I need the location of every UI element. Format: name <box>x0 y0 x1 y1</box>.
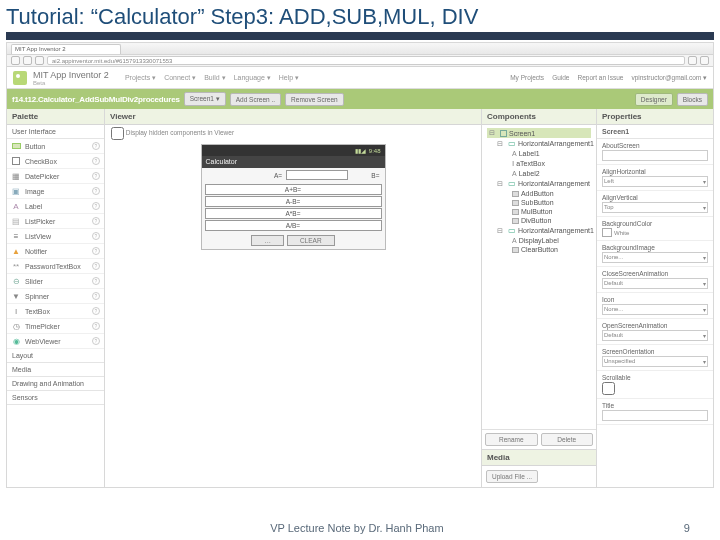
menu-language[interactable]: Language ▾ <box>234 74 271 82</box>
bookmark-icon[interactable] <box>688 56 697 65</box>
browser-toolbar: ai2.appinventor.mit.edu/#615791333007155… <box>7 55 713 67</box>
back-icon[interactable] <box>11 56 20 65</box>
prop-select[interactable]: Top ▾ <box>602 202 708 213</box>
prop-label: AlignHorizontal <box>602 168 708 175</box>
component-tree[interactable]: ⊟Screen1⊟▭HorizontalArrangement1 ALabel1… <box>482 125 596 257</box>
palette-item[interactable]: ◷TimePicker? <box>7 319 104 334</box>
menu-connect[interactable]: Connect ▾ <box>164 74 196 82</box>
blocks-tab[interactable]: Blocks <box>677 93 708 106</box>
tree-node[interactable]: ⊟Screen1 <box>487 128 591 138</box>
remove-screen-button[interactable]: Remove Screen <box>285 93 344 106</box>
palette-list: Button?CheckBox?▦DatePicker?▣Image?ALabe… <box>7 139 104 349</box>
palette-section-media[interactable]: Media <box>7 363 104 377</box>
screen-selector[interactable]: Screen1 ▾ <box>184 92 226 106</box>
prop-checkbox[interactable] <box>602 382 615 395</box>
info-icon[interactable]: ? <box>92 322 100 330</box>
menu-icon[interactable] <box>700 56 709 65</box>
menu-projects[interactable]: Projects ▾ <box>125 74 156 82</box>
media-panel: Media Upload File ... <box>482 449 596 487</box>
palette-item[interactable]: ALabel? <box>7 199 104 214</box>
result-div: A/B= <box>205 220 382 231</box>
browser-tab[interactable]: MIT App Inventor 2 <box>11 44 121 54</box>
info-icon[interactable]: ? <box>92 172 100 180</box>
calc-button[interactable]: … <box>251 235 284 246</box>
forward-icon[interactable] <box>23 56 32 65</box>
palette-item-label: WebViewer <box>25 338 61 345</box>
result-sub: A-B= <box>205 196 382 207</box>
prop-text[interactable] <box>602 410 708 421</box>
menu-help[interactable]: Help ▾ <box>279 74 299 82</box>
palette-section-layout[interactable]: Layout <box>7 349 104 363</box>
tree-node[interactable]: ALabel1 <box>487 149 591 158</box>
prop-select[interactable]: None... ▾ <box>602 252 708 263</box>
prop-select[interactable]: Unspecified ▾ <box>602 356 708 367</box>
tree-node[interactable]: ADisplayLabel <box>487 236 591 245</box>
palette-section-ui[interactable]: User Interface <box>7 125 104 139</box>
palette-item[interactable]: ⊖Slider? <box>7 274 104 289</box>
textbox-a[interactable] <box>286 170 348 180</box>
hidden-components-checkbox[interactable] <box>111 127 124 140</box>
tree-node[interactable]: ⊟▭HorizontalArrangement1 <box>487 138 591 149</box>
tree-node[interactable]: DivButton <box>487 216 591 225</box>
palette-item[interactable]: ▣Image? <box>7 184 104 199</box>
info-icon[interactable]: ? <box>92 187 100 195</box>
tree-node[interactable]: IaTextBox <box>487 158 591 169</box>
info-icon[interactable]: ? <box>92 307 100 315</box>
palette-item[interactable]: ▤ListPicker? <box>7 214 104 229</box>
palette-item[interactable]: ▼Spinner? <box>7 289 104 304</box>
tree-node[interactable]: AddButton <box>487 189 591 198</box>
prop-select[interactable]: None... ▾ <box>602 304 708 315</box>
prop-select[interactable]: Left ▾ <box>602 176 708 187</box>
palette-item[interactable]: ▲Notifier? <box>7 244 104 259</box>
link-report[interactable]: Report an Issue <box>577 74 623 82</box>
tree-node[interactable]: ⊟▭HorizontalArrangement <box>487 178 591 189</box>
info-icon[interactable]: ? <box>92 142 100 150</box>
palette-item[interactable]: ▦DatePicker? <box>7 169 104 184</box>
palette-item-label: CheckBox <box>25 158 57 165</box>
info-icon[interactable]: ? <box>92 232 100 240</box>
color-swatch-icon[interactable] <box>602 228 612 237</box>
info-icon[interactable]: ? <box>92 337 100 345</box>
viewer-options: Display hidden components in Viewer <box>105 125 481 142</box>
prop-select[interactable]: Default ▾ <box>602 330 708 341</box>
tree-node[interactable]: ClearButton <box>487 245 591 254</box>
palette-item-label: TimePicker <box>25 323 60 330</box>
media-header: Media <box>482 450 596 466</box>
upload-file-button[interactable]: Upload File ... <box>486 470 538 483</box>
info-icon[interactable]: ? <box>92 262 100 270</box>
component-actions: Rename Delete <box>482 429 596 449</box>
rename-button[interactable]: Rename <box>485 433 538 446</box>
link-myprojects[interactable]: My Projects <box>510 74 544 82</box>
account-email[interactable]: vpinstructor@gmail.com ▾ <box>631 74 707 82</box>
url-bar[interactable]: ai2.appinventor.mit.edu/#615791333007155… <box>47 56 685 65</box>
palette-item[interactable]: ITextBox? <box>7 304 104 319</box>
palette-section-drawing[interactable]: Drawing and Animation <box>7 377 104 391</box>
info-icon[interactable]: ? <box>92 217 100 225</box>
prop-text[interactable] <box>602 150 708 161</box>
add-screen-button[interactable]: Add Screen .. <box>230 93 281 106</box>
palette-item[interactable]: ◉WebViewer? <box>7 334 104 349</box>
tree-node[interactable]: SubButton <box>487 198 591 207</box>
palette-item[interactable]: ≡ListView? <box>7 229 104 244</box>
prop-select[interactable]: Default ▾ <box>602 278 708 289</box>
delete-button[interactable]: Delete <box>541 433 594 446</box>
info-icon[interactable]: ? <box>92 247 100 255</box>
palette-item[interactable]: CheckBox? <box>7 154 104 169</box>
menu-build[interactable]: Build ▾ <box>204 74 226 82</box>
clear-button[interactable]: CLEAR <box>287 235 335 246</box>
palette-item[interactable]: **PasswordTextBox? <box>7 259 104 274</box>
prop-label: ScreenOrientation <box>602 348 708 355</box>
palette-item[interactable]: Button? <box>7 139 104 154</box>
info-icon[interactable]: ? <box>92 292 100 300</box>
property-row: CloseScreenAnimationDefault ▾ <box>597 267 713 293</box>
info-icon[interactable]: ? <box>92 277 100 285</box>
tree-node[interactable]: MulButton <box>487 207 591 216</box>
palette-section-sensors[interactable]: Sensors <box>7 391 104 405</box>
info-icon[interactable]: ? <box>92 202 100 210</box>
tree-node[interactable]: ALabel2 <box>487 169 591 178</box>
reload-icon[interactable] <box>35 56 44 65</box>
designer-tab[interactable]: Designer <box>635 93 673 106</box>
link-guide[interactable]: Guide <box>552 74 569 82</box>
tree-node[interactable]: ⊟▭HorizontalArrangement1 <box>487 225 591 236</box>
info-icon[interactable]: ? <box>92 157 100 165</box>
